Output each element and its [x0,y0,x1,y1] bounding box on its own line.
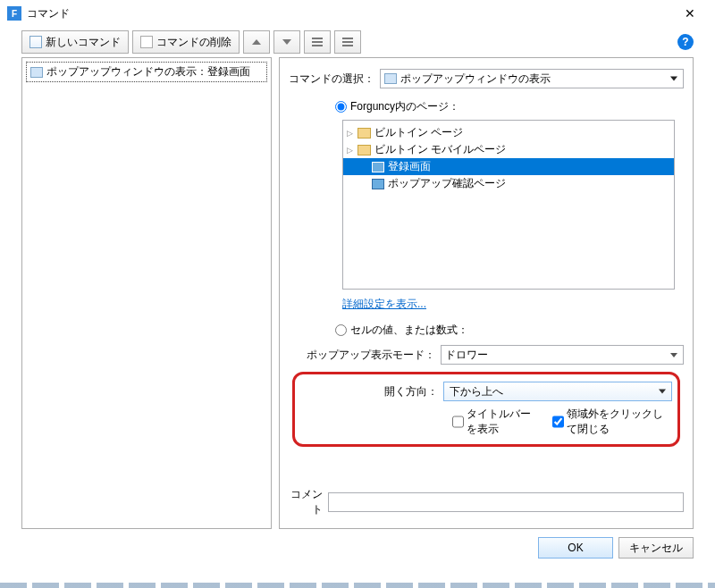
new-command-button[interactable]: 新しいコマンド [21,30,129,54]
window-title: コマンド [27,6,672,21]
page-tree-builtin[interactable]: ▷ビルトイン ページ [343,124,674,141]
delete-command-label: コマンドの削除 [156,35,231,50]
close-outside-input[interactable] [552,416,564,428]
new-command-label: 新しいコマンド [46,35,121,50]
move-down-button[interactable] [273,30,300,54]
popup-window-icon [384,73,397,84]
main-area: ポップアップウィンドウの表示：登録画面 コマンドの選択： ポップアップウィンドウ… [0,57,715,529]
right-panel: コマンドの選択： ポップアップウィンドウの表示 Forguncy内のページ： ▷… [279,57,694,529]
app-icon: F [7,6,21,21]
radio-cell-value-label: セルの値、または数式： [350,323,468,338]
page-tree-builtin-label: ビルトイン ページ [374,125,463,140]
expand-icon[interactable]: ▷ [347,129,353,138]
show-titlebar-input[interactable] [452,416,464,428]
popup-mode-value: ドロワー [445,348,488,363]
command-select-value: ポップアップウィンドウの表示 [400,71,551,87]
page-tree-mobile[interactable]: ▷ビルトイン モバイルページ [343,141,674,158]
advanced-settings-link[interactable]: 詳細設定を表示... [342,297,684,312]
command-select-label: コマンドの選択： [289,71,380,87]
ok-button[interactable]: OK [538,537,613,559]
radio-forguncy-page[interactable]: Forguncy内のページ： [335,99,684,114]
radio-forguncy-page-label: Forguncy内のページ： [350,99,459,114]
cancel-button[interactable]: キャンセル [618,537,694,559]
radio-cell-value-input[interactable] [335,324,347,336]
command-select-combo[interactable]: ポップアップウィンドウの表示 [380,69,684,88]
move-up-button[interactable] [243,30,270,54]
page-icon [372,179,384,189]
page-tree-confirm[interactable]: ポップアップ確認ページ [343,175,674,192]
bottom-window-edge [0,583,715,588]
close-icon[interactable]: ✕ [672,0,708,27]
arrow-up-icon [252,39,261,45]
folder-icon [358,145,371,155]
comment-input[interactable] [328,492,684,512]
drawer-options-highlight: 開く方向： 下から上へ タイトルバーを表示 領域外をクリックして閉じる [292,372,680,447]
comment-row: コメント [289,482,684,517]
page-tree[interactable]: ▷ビルトイン ページ ▷ビルトイン モバイルページ 登録画面 ポップアップ確認ペ… [342,120,675,290]
close-outside-checkbox[interactable]: 領域外をクリックして閉じる [552,407,672,437]
delete-icon [140,36,153,48]
page-tree-mobile-label: ビルトイン モバイルページ [374,142,506,157]
command-tree-item-label: ポップアップウィンドウの表示：登録画面 [46,64,250,80]
popup-window-icon [30,67,43,78]
left-panel: ポップアップウィンドウの表示：登録画面 [21,57,272,529]
radio-cell-value[interactable]: セルの値、または数式： [335,323,684,338]
command-tree-item[interactable]: ポップアップウィンドウの表示：登録画面 [26,62,267,82]
popup-mode-combo[interactable]: ドロワー [441,345,684,365]
footer: OK キャンセル [0,529,715,567]
expand-icon[interactable]: ▷ [347,146,353,155]
open-direction-value: 下から上へ [450,384,503,399]
page-icon [372,162,384,172]
page-tree-confirm-label: ポップアップ確認ページ [388,176,506,191]
toolbar: 新しいコマンド コマンドの削除 ? [0,27,715,57]
outdent-button[interactable] [304,30,331,54]
delete-command-button[interactable]: コマンドの削除 [132,30,240,54]
folder-icon [358,128,371,139]
arrow-down-icon [282,39,291,45]
indent-icon [342,38,353,46]
titlebar: F コマンド ✕ [0,0,715,27]
document-icon [29,36,42,48]
page-tree-register[interactable]: 登録画面 [343,158,674,175]
open-direction-combo[interactable]: 下から上へ [443,382,672,401]
popup-mode-label: ポップアップ表示モード： [289,348,441,363]
page-tree-register-label: 登録画面 [388,159,431,174]
close-outside-label: 領域外をクリックして閉じる [567,407,672,437]
open-direction-label: 開く方向： [300,384,443,399]
show-titlebar-checkbox[interactable]: タイトルバーを表示 [452,407,538,437]
indent-button[interactable] [334,30,361,54]
radio-forguncy-page-input[interactable] [335,101,347,113]
show-titlebar-label: タイトルバーを表示 [467,407,538,437]
comment-label: コメント [289,487,328,517]
outdent-icon [312,38,323,46]
help-icon[interactable]: ? [677,34,694,50]
